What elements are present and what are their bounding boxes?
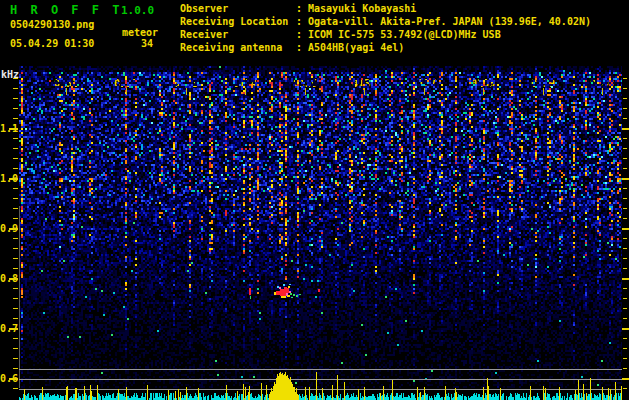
freq-tick-right-minor — [623, 88, 627, 89]
freq-tick-left-major — [9, 178, 18, 180]
freq-tick-left-minor — [13, 368, 18, 369]
freq-tick-right-minor — [623, 298, 627, 299]
freq-tick-left-minor — [13, 298, 18, 299]
freq-tick-left-minor — [13, 218, 18, 219]
freq-tick-left-major — [9, 228, 18, 230]
station-row-receiver: Receiver : ICOM IC-575 53.7492(@LCD)MHz … — [180, 29, 591, 42]
freq-tick-right-major — [622, 228, 629, 230]
station-label: Receiving Location — [180, 16, 296, 29]
freq-tick-left-minor — [13, 348, 18, 349]
freq-tick-left-minor — [13, 288, 18, 289]
freq-tick-left-minor — [13, 118, 18, 119]
freq-tick-right-major — [622, 378, 629, 380]
freq-tick-left-major — [9, 278, 18, 280]
station-colon: : — [296, 16, 308, 29]
station-value: ICOM IC-575 53.7492(@LCD)MHz USB — [308, 29, 501, 42]
station-colon: : — [296, 3, 308, 16]
freq-tick-left-minor — [13, 88, 18, 89]
freq-tick-right-major — [622, 178, 629, 180]
freq-tick-left-minor — [13, 248, 18, 249]
freq-tick-right-minor — [623, 288, 627, 289]
freq-tick-right-major — [622, 278, 629, 280]
freq-tick-left-minor — [13, 318, 18, 319]
observation-datetime: 05.04.29 01:30 — [10, 38, 94, 49]
mode-label: meteor — [122, 27, 158, 38]
freq-tick-right-minor — [623, 198, 627, 199]
freq-tick-right-minor — [623, 338, 627, 339]
app-title: H R O F F T — [10, 3, 122, 17]
freq-tick-left-minor — [13, 108, 18, 109]
freq-tick-left-minor — [13, 98, 18, 99]
freq-tick-left-minor — [13, 148, 18, 149]
freq-tick-left-minor — [13, 188, 18, 189]
app-version: 1.0.0 — [121, 4, 154, 17]
freq-tick-left-major — [9, 328, 18, 330]
station-value: Masayuki Kobayashi — [308, 3, 416, 16]
freq-tick-right-major — [622, 128, 629, 130]
station-row-antenna: Receiving antenna : A504HB(yagi 4el) — [180, 42, 591, 55]
freq-tick-right-minor — [623, 138, 627, 139]
station-colon: : — [296, 42, 308, 55]
freq-tick-left-minor — [13, 338, 18, 339]
freq-tick-right-minor — [623, 108, 627, 109]
output-filename: 0504290130.png — [10, 19, 94, 30]
freq-tick-right-minor — [623, 368, 627, 369]
freq-tick-left-minor — [13, 258, 18, 259]
freq-tick-right-minor — [623, 308, 627, 309]
freq-tick-right-minor — [623, 268, 627, 269]
freq-tick-right-minor — [623, 188, 627, 189]
freq-tick-right-minor — [623, 218, 627, 219]
freq-tick-left-minor — [13, 268, 18, 269]
freq-tick-right-minor — [623, 258, 627, 259]
freq-tick-right-minor — [623, 98, 627, 99]
freq-tick-right-minor — [623, 358, 627, 359]
station-colon: : — [296, 29, 308, 42]
freq-tick-right-minor — [623, 318, 627, 319]
freq-tick-left-major — [9, 378, 18, 380]
freq-tick-left-minor — [13, 138, 18, 139]
freq-tick-right-minor — [623, 168, 627, 169]
hrofft-window: H R O F F T 1.0.0 0504290130.png meteor … — [0, 0, 629, 400]
freq-tick-right-minor — [623, 78, 627, 79]
freq-tick-right-minor — [623, 348, 627, 349]
freq-tick-right-major — [622, 328, 629, 330]
freq-tick-left-minor — [13, 168, 18, 169]
freq-tick-left-minor — [13, 158, 18, 159]
freq-tick-left-minor — [13, 208, 18, 209]
freq-tick-right-minor — [623, 158, 627, 159]
freq-tick-left-minor — [13, 308, 18, 309]
spectrogram-canvas — [19, 66, 622, 400]
freq-tick-left-minor — [13, 358, 18, 359]
freq-tick-left-minor — [13, 238, 18, 239]
station-row-location: Receiving Location : Ogata-vill. Akita-P… — [180, 16, 591, 29]
station-info: Observer : Masayuki Kobayashi Receiving … — [180, 3, 591, 55]
station-label: Observer — [180, 3, 296, 16]
freq-tick-right-minor — [623, 148, 627, 149]
freq-tick-left-major — [9, 128, 18, 130]
freq-tick-right-minor — [623, 238, 627, 239]
freq-tick-right-minor — [623, 208, 627, 209]
echo-count: 34 — [141, 38, 153, 49]
station-value: Ogata-vill. Akita-Pref. JAPAN (139.96E, … — [308, 16, 591, 29]
freq-tick-right-minor — [623, 118, 627, 119]
freq-tick-left-minor — [13, 78, 18, 79]
freq-tick-right-minor — [623, 388, 627, 389]
station-label: Receiver — [180, 29, 296, 42]
freq-tick-left-minor — [13, 198, 18, 199]
station-label: Receiving antenna — [180, 42, 296, 55]
station-row-observer: Observer : Masayuki Kobayashi — [180, 3, 591, 16]
freq-tick-left-minor — [13, 388, 18, 389]
freq-tick-right-minor — [623, 248, 627, 249]
station-value: A504HB(yagi 4el) — [308, 42, 404, 55]
